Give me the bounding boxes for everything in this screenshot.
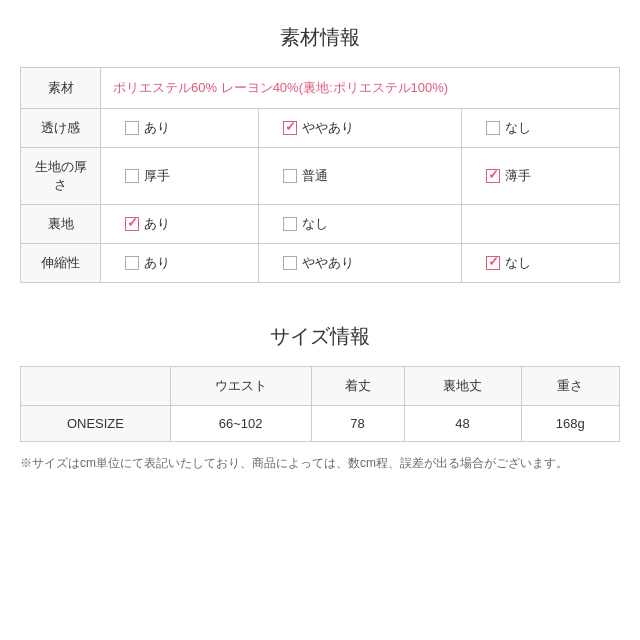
stretch-option-3: なし: [461, 243, 619, 282]
option-label: ややあり: [302, 254, 354, 272]
table-row-lining: 裏地 あり なし: [21, 204, 620, 243]
size-table-header: ウエスト 着丈 裏地丈 重さ: [21, 366, 620, 405]
checkbox-empty-icon: [486, 121, 500, 135]
checkbox-checked-icon: [486, 256, 500, 270]
material-label: 素材: [21, 68, 101, 109]
size-weight-value: 168g: [521, 405, 620, 441]
checkbox-empty-icon: [283, 217, 297, 231]
size-title: サイズ情報: [20, 323, 620, 350]
checkbox-checked-icon: [486, 169, 500, 183]
stretch-option-2: ややあり: [259, 243, 461, 282]
checkbox-checked-icon: [125, 217, 139, 231]
checkbox-empty-icon: [125, 169, 139, 183]
stretch-label: 伸縮性: [21, 243, 101, 282]
spacer: [20, 291, 620, 323]
checkbox-empty-icon: [125, 256, 139, 270]
checkbox-empty-icon: [283, 256, 297, 270]
lining-label: 裏地: [21, 204, 101, 243]
checkbox-checked-icon: [283, 121, 297, 135]
material-table: 素材 ポリエステル60% レーヨン40%(裏地:ポリエステル100%) 透け感 …: [20, 67, 620, 283]
size-header-empty: [21, 366, 171, 405]
option-label: なし: [505, 254, 531, 272]
lining-option-1: あり: [101, 204, 259, 243]
size-header-lining-length: 裏地丈: [404, 366, 521, 405]
size-name: ONESIZE: [21, 405, 171, 441]
option-label: 厚手: [144, 167, 170, 185]
option-label: 普通: [302, 167, 328, 185]
thickness-option-1: 厚手: [101, 147, 259, 204]
option-label: ややあり: [302, 119, 354, 137]
lining-empty-cell: [461, 204, 619, 243]
thickness-label: 生地の厚さ: [21, 147, 101, 204]
transparency-option-3: なし: [461, 108, 619, 147]
checkbox-empty-icon: [283, 169, 297, 183]
material-title: 素材情報: [20, 24, 620, 51]
table-row-stretch: 伸縮性 あり ややあり なし: [21, 243, 620, 282]
option-label: なし: [302, 215, 328, 233]
size-header-weight: 重さ: [521, 366, 620, 405]
option-label: 薄手: [505, 167, 531, 185]
material-value-cell: ポリエステル60% レーヨン40%(裏地:ポリエステル100%): [101, 68, 620, 109]
size-lining-value: 48: [404, 405, 521, 441]
table-row-transparency: 透け感 あり ややあり なし: [21, 108, 620, 147]
table-row-material: 素材 ポリエステル60% レーヨン40%(裏地:ポリエステル100%): [21, 68, 620, 109]
size-header-length: 着丈: [311, 366, 404, 405]
page-container: 素材情報 素材 ポリエステル60% レーヨン40%(裏地:ポリエステル100%)…: [0, 0, 640, 497]
lining-option-2: なし: [259, 204, 461, 243]
table-row-thickness: 生地の厚さ 厚手 普通 薄手: [21, 147, 620, 204]
transparency-label: 透け感: [21, 108, 101, 147]
option-label: あり: [144, 254, 170, 272]
option-label: あり: [144, 119, 170, 137]
stretch-option-1: あり: [101, 243, 259, 282]
transparency-option-2: ややあり: [259, 108, 461, 147]
size-note: ※サイズはcm単位にて表記いたしており、商品によっては、数cm程、誤差が出る場合…: [20, 454, 620, 473]
option-label: なし: [505, 119, 531, 137]
size-length-value: 78: [311, 405, 404, 441]
transparency-option-1: あり: [101, 108, 259, 147]
thickness-option-2: 普通: [259, 147, 461, 204]
size-table: ウエスト 着丈 裏地丈 重さ ONESIZE 66~102 78 48 168g: [20, 366, 620, 442]
thickness-option-3: 薄手: [461, 147, 619, 204]
checkbox-empty-icon: [125, 121, 139, 135]
size-table-row: ONESIZE 66~102 78 48 168g: [21, 405, 620, 441]
option-label: あり: [144, 215, 170, 233]
size-header-waist: ウエスト: [170, 366, 311, 405]
material-value: ポリエステル60% レーヨン40%(裏地:ポリエステル100%): [113, 80, 448, 95]
size-waist-value: 66~102: [170, 405, 311, 441]
